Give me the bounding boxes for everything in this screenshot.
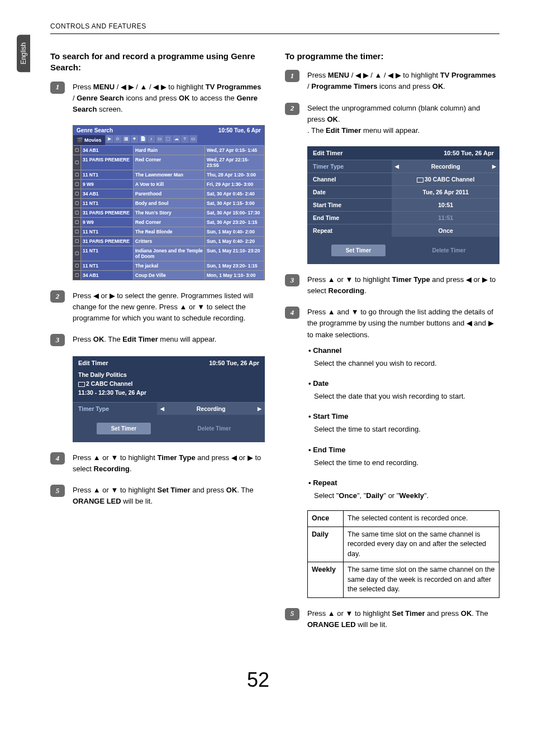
header-title: CONTROLS AND FEATURES — [50, 22, 499, 34]
genre-tab-icon[interactable]: ☺ — [114, 135, 122, 143]
tv-icon: ▢ — [73, 189, 81, 198]
programme-cell: Indiana Jones and the Temple of Doom — [134, 246, 205, 261]
t: or — [335, 609, 346, 618]
edit-timer-row[interactable]: End Time11:51 — [307, 211, 499, 224]
right-step-1: 1 Press MENU / ◀ ▶ / ▲ / ◀ ▶ to highligh… — [285, 70, 499, 92]
genre-row[interactable]: ▢11 NT1The Real BlondeSun, 1 May 0:40- 2… — [73, 227, 264, 236]
genre-row[interactable]: ▢11 NT1The jackalSun, 1 May 23:20- 1:15 — [73, 261, 264, 270]
channel-cell: 9 W9 — [81, 180, 134, 189]
t: / — [115, 83, 121, 91]
programme-cell: Red Corner — [134, 218, 205, 227]
genre-tab-icon[interactable]: ☁ — [173, 135, 180, 143]
et-row-value[interactable]: Once — [392, 224, 499, 237]
genre-row[interactable]: ▢31 PARIS PREMIERECrittersSun, 1 May 0:4… — [73, 236, 264, 246]
genre-row[interactable]: ▢9 W9Red CornerSat, 30 Apr 23:20- 1:15 — [73, 217, 264, 227]
t: MENU — [328, 71, 349, 79]
et-title: Edit Timer — [78, 360, 108, 366]
repeat-key: Weekly — [308, 562, 344, 598]
bullet-item: RepeatSelect "Once", "Daily" or "Weekly"… — [314, 477, 499, 501]
genre-row[interactable]: ▢34 AB1Hard RainWed, 27 Apr 0:15- 1:45 — [73, 145, 264, 155]
genre-tab-icon[interactable]: ⬚ — [164, 135, 172, 143]
genre-row[interactable]: ▢9 W9A Vow to KillFri, 29 Apr 1:30- 3:00 — [73, 179, 264, 189]
channel-cell: 31 PARIS PREMIERE — [81, 237, 134, 246]
arrow-right-icon[interactable]: ▶ — [492, 164, 496, 169]
t: OK — [432, 82, 444, 90]
bullet-item: Start TimeSelect the time to start recor… — [314, 411, 499, 435]
set-timer-button[interactable]: Set Timer — [331, 245, 386, 256]
t: to highlight — [118, 453, 157, 462]
step-badge-2: 2 — [285, 103, 299, 115]
et-timer-type-value[interactable]: ◀Recording▶ — [157, 403, 265, 415]
channel-cell: 11 NT1 — [81, 199, 134, 208]
t: Press — [73, 453, 93, 462]
genre-row[interactable]: ▢31 PARIS PREMIEREThe Nun's StorySat, 30… — [73, 208, 264, 217]
time-cell: Sun, 1 May 0:40- 2:20 — [205, 237, 264, 246]
arrow-right-icon[interactable]: ▶ — [258, 406, 261, 412]
step-badge-4: 4 — [285, 307, 299, 319]
t: ORANGE LED — [307, 620, 356, 629]
edit-timer-row[interactable]: Channel30 CABC Channel — [307, 173, 499, 185]
channel-cell: 31 PARIS PREMIERE — [81, 208, 134, 217]
step-badge-1: 1 — [285, 70, 299, 82]
t: and — [472, 319, 488, 327]
tv-icon: ▢ — [73, 246, 81, 261]
repeat-value: The selected content is recorded once. — [344, 511, 499, 527]
t: Press — [307, 71, 328, 79]
edit-timer-row[interactable]: RepeatOnce — [307, 224, 499, 237]
t: Press — [73, 335, 93, 343]
genre-row[interactable]: ▢11 NT1Indiana Jones and the Temple of D… — [73, 246, 264, 261]
t: Recording — [94, 465, 130, 473]
genre-tab-icon[interactable]: ▦ — [122, 135, 130, 143]
et-row-value[interactable]: 30 CABC Channel — [392, 173, 499, 185]
delete-timer-button[interactable]: Delete Timer — [422, 245, 475, 256]
right-step-2: 2 Select the unprogrammed column (blank … — [285, 103, 499, 136]
genre-tab-icon[interactable]: ▭ — [156, 135, 164, 143]
set-timer-button[interactable]: Set Timer — [97, 423, 151, 434]
genre-tab-icon[interactable]: 📄 — [139, 135, 147, 143]
genre-tab-icon[interactable]: ? — [181, 135, 189, 143]
tv-icon: ▢ — [73, 237, 81, 246]
step-badge-4: 4 — [50, 452, 65, 465]
genre-row[interactable]: ▢11 NT1Body and SoulSat, 30 Apr 1:15- 3:… — [73, 198, 264, 208]
repeat-table: OnceThe selected content is recorded onc… — [307, 510, 499, 598]
step-badge-1: 1 — [50, 82, 65, 94]
t: to highlight — [353, 609, 392, 618]
delete-timer-button[interactable]: Delete Timer — [187, 423, 241, 434]
programme-cell: The Real Blonde — [134, 227, 205, 236]
left-step-4: 4 Press ▲ or ▼ to highlight Timer Type a… — [50, 452, 265, 475]
t: to highlight — [401, 71, 440, 79]
edit-timer-row[interactable]: Timer Type◀▶Recording — [307, 160, 499, 173]
genre-row[interactable]: ▢34 AB1Coup De VilleMon, 1 May 1:10- 3:0… — [73, 270, 264, 280]
t: . The — [104, 335, 122, 343]
programme-cell: Critters — [134, 237, 205, 246]
genre-tab-icon[interactable]: ♥ — [131, 135, 139, 143]
channel-cell: 9 W9 — [81, 218, 134, 227]
channel-cell: 11 NT1 — [81, 170, 134, 179]
edit-timer-row[interactable]: Start Time10:51 — [307, 198, 499, 211]
right-heading: To programme the timer: — [285, 51, 499, 62]
genre-tab-icon[interactable]: ▶ — [106, 135, 113, 143]
genre-tab-icon[interactable]: ♪ — [147, 135, 155, 143]
et-sub1: The Daily Politics — [78, 371, 259, 380]
time-cell: Sun, 1 May 21:10- 23:20 — [205, 246, 264, 261]
genre-row[interactable]: ▢31 PARIS PREMIERERed CornerWed, 27 Apr … — [73, 155, 264, 170]
et-row-label: Start Time — [307, 199, 392, 211]
et-row-value[interactable]: Tue, 26 Apr 2011 — [392, 186, 499, 198]
et-row-value[interactable]: 10:51 — [392, 199, 499, 211]
programme-cell: Body and Soul — [134, 199, 205, 208]
genre-row[interactable]: ▢34 AB1ParenthoodSat, 30 Apr 0:45- 2:40 — [73, 189, 264, 198]
left-heading: To search for and record a programme usi… — [50, 51, 265, 74]
edit-timer-row[interactable]: DateTue, 26 Apr 2011 — [307, 185, 499, 198]
genre-tab-movies[interactable]: 🎬 Movies — [73, 135, 105, 145]
et-row-value[interactable]: ◀▶Recording — [392, 160, 499, 173]
genre-tab-icon[interactable]: ▭ — [189, 135, 197, 143]
t: Set Timer — [158, 486, 191, 494]
t: and press — [430, 275, 466, 284]
tv-icon: ▢ — [73, 261, 81, 270]
genre-row[interactable]: ▢11 NT1The Lawnmower ManThu, 28 Apr 1:20… — [73, 170, 264, 179]
arrow-left-icon[interactable]: ◀ — [160, 406, 164, 412]
t: / — [349, 71, 355, 79]
arrow-left-icon[interactable]: ◀ — [395, 164, 399, 169]
t: Recording — [197, 405, 226, 412]
et-row-value[interactable]: 11:51 — [392, 212, 499, 224]
